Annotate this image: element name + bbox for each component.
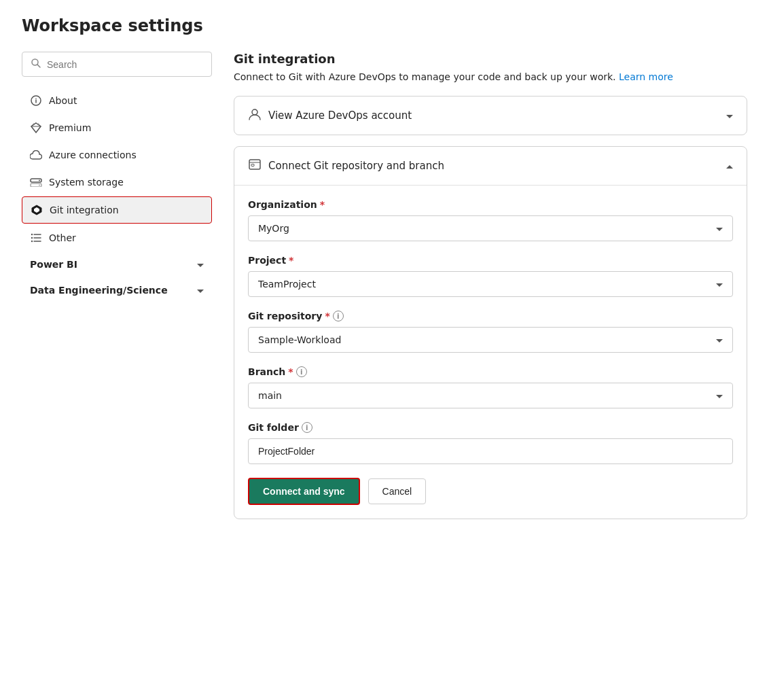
card-view-devops-header[interactable]: View Azure DevOps account [234, 97, 747, 135]
org-chevron-icon [716, 223, 723, 234]
cloud-icon [30, 149, 42, 161]
svg-point-4 [35, 98, 37, 99]
card-view-devops-header-left: View Azure DevOps account [248, 107, 412, 124]
repo-select[interactable]: Sample-Workload [248, 327, 733, 353]
section-desc-text: Connect to Git with Azure DevOps to mana… [234, 71, 616, 82]
search-input[interactable] [47, 59, 203, 70]
card-view-devops-label: View Azure DevOps account [268, 109, 412, 122]
branch-required: * [288, 366, 293, 377]
devops-account-icon [248, 107, 262, 124]
svg-rect-24 [251, 164, 254, 167]
chevron-down-icon [197, 259, 204, 270]
svg-rect-22 [249, 160, 260, 169]
svg-point-19 [31, 237, 33, 239]
project-select[interactable]: TeamProject [248, 271, 733, 297]
sidebar-item-about-label: About [49, 95, 77, 106]
folder-input[interactable] [248, 438, 733, 464]
svg-line-1 [37, 65, 40, 67]
storage-icon [30, 176, 42, 188]
sidebar-item-git-integration-label: Git integration [50, 205, 119, 215]
chevron-down-icon-2 [197, 285, 204, 296]
folder-form-group: Git folder i [248, 422, 733, 464]
folder-label: Git folder i [248, 422, 733, 433]
form-actions: Connect and sync Cancel [248, 478, 733, 505]
section-title: Git integration [234, 52, 747, 66]
repo-value: Sample-Workload [258, 334, 341, 345]
git-repo-icon [248, 158, 262, 174]
org-value: MyOrg [258, 223, 289, 234]
svg-point-20 [31, 241, 33, 242]
main-content: Git integration Connect to Git with Azur… [234, 52, 747, 530]
branch-value: main [258, 390, 282, 401]
project-chevron-icon [716, 279, 723, 290]
cancel-button[interactable]: Cancel [368, 478, 427, 504]
org-form-group: Organization * MyOrg [248, 199, 733, 241]
sidebar-section-power-bi-label: Power BI [30, 259, 77, 270]
connect-and-sync-button[interactable]: Connect and sync [248, 478, 360, 505]
svg-point-21 [252, 109, 257, 115]
project-form-group: Project * TeamProject [248, 255, 733, 297]
project-label: Project * [248, 255, 733, 266]
sidebar-item-other[interactable]: Other [22, 225, 212, 251]
diamond-icon [30, 122, 42, 134]
repo-required: * [325, 311, 329, 321]
card-view-devops: View Azure DevOps account [234, 96, 747, 135]
repo-chevron-icon [716, 334, 723, 345]
sidebar-item-premium[interactable]: Premium [22, 115, 212, 141]
learn-more-link[interactable]: Learn more [619, 71, 673, 82]
section-description: Connect to Git with Azure DevOps to mana… [234, 71, 747, 82]
page-title: Workspace settings [22, 16, 747, 35]
search-box[interactable] [22, 52, 212, 77]
branch-info-icon: i [296, 366, 307, 377]
card-view-devops-chevron [726, 110, 733, 121]
folder-info-icon: i [302, 422, 312, 433]
repo-form-group: Git repository * i Sample-Workload [248, 311, 733, 353]
repo-label: Git repository * i [248, 311, 733, 321]
card-connect-git: Connect Git repository and branch Organi… [234, 146, 747, 519]
svg-point-12 [39, 185, 40, 186]
card-connect-git-label: Connect Git repository and branch [268, 160, 444, 172]
project-value: TeamProject [258, 279, 316, 290]
card-connect-git-header[interactable]: Connect Git repository and branch [234, 147, 747, 185]
search-icon [31, 58, 41, 71]
svg-point-11 [39, 180, 40, 181]
list-icon [30, 232, 42, 244]
project-required: * [289, 255, 293, 266]
sidebar-section-data-engineering[interactable]: Data Engineering/Science [22, 278, 212, 302]
branch-select[interactable]: main [248, 383, 733, 408]
sidebar: About Premium Azure connections [22, 52, 212, 530]
org-label: Organization * [248, 199, 733, 210]
sidebar-item-git-integration[interactable]: Git integration [22, 196, 212, 224]
git-icon [31, 204, 43, 216]
org-select[interactable]: MyOrg [248, 215, 733, 241]
sidebar-item-other-label: Other [49, 232, 76, 243]
card-connect-git-header-left: Connect Git repository and branch [248, 158, 444, 174]
branch-chevron-icon [716, 390, 723, 401]
card-connect-git-body: Organization * MyOrg Project * Te [234, 185, 747, 519]
sidebar-item-about[interactable]: About [22, 88, 212, 113]
sidebar-item-system-storage-label: System storage [49, 177, 124, 188]
branch-label: Branch * i [248, 366, 733, 377]
org-required: * [320, 199, 325, 210]
info-icon [30, 94, 42, 107]
sidebar-item-system-storage[interactable]: System storage [22, 169, 212, 195]
sidebar-item-azure-connections[interactable]: Azure connections [22, 142, 212, 168]
sidebar-item-premium-label: Premium [49, 122, 91, 133]
sidebar-section-data-engineering-label: Data Engineering/Science [30, 285, 168, 296]
sidebar-section-power-bi[interactable]: Power BI [22, 252, 212, 277]
card-connect-git-chevron [726, 160, 733, 171]
repo-info-icon: i [333, 311, 344, 321]
branch-form-group: Branch * i main [248, 366, 733, 408]
sidebar-item-azure-connections-label: Azure connections [49, 150, 137, 160]
svg-point-18 [31, 234, 33, 235]
